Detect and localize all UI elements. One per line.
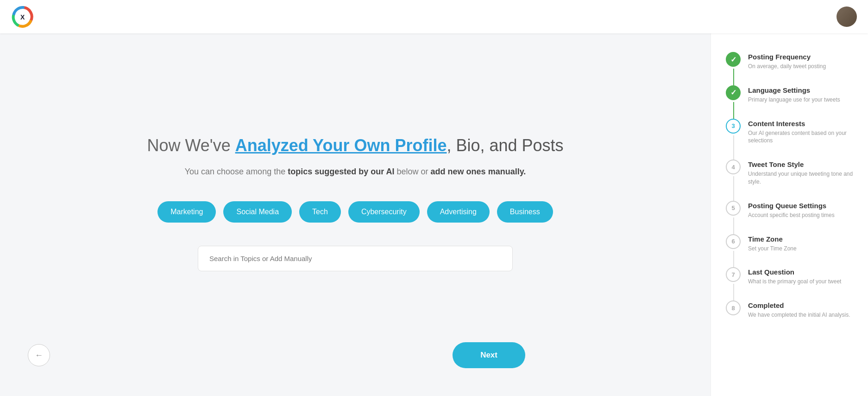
step-desc-1: On average, daily tweet posting <box>748 63 853 70</box>
step-desc-3: Our AI generates content based on your s… <box>748 129 853 145</box>
headline-part1: Now We've <box>147 136 235 155</box>
step-circle-8: 8 <box>726 300 741 315</box>
headline-part2: , Bio, and Posts <box>447 136 563 155</box>
step-text-4: Tweet Tone Style Understand your unique … <box>748 160 853 186</box>
headline-link: Analyzed Your Own Profile <box>235 136 447 155</box>
step-title-1: Posting Frequency <box>748 53 853 61</box>
step-item-2: Language Settings Primary language use f… <box>726 85 853 119</box>
topic-chip-cybersecurity[interactable]: Cybersecurity <box>348 201 420 223</box>
step-title-8: Completed <box>748 301 853 309</box>
bottom-buttons: ← Next <box>0 342 553 368</box>
step-item-6: 6 Time Zone Set your Time Zone <box>726 234 853 268</box>
svg-text:X: X <box>20 13 25 21</box>
topic-chip-tech[interactable]: Tech <box>299 201 341 223</box>
step-desc-5: Account specific best posting times <box>748 211 853 219</box>
step-text-1: Posting Frequency On average, daily twee… <box>748 52 853 70</box>
step-circle-3: 3 <box>726 119 741 134</box>
logo-area: X <box>11 5 35 29</box>
header: X <box>0 0 868 33</box>
step-title-6: Time Zone <box>748 235 853 243</box>
step-circle-6: 6 <box>726 234 741 249</box>
step-item-5: 5 Posting Queue Settings Account specifi… <box>726 201 853 234</box>
step-desc-7: What is the primary goal of your tweet <box>748 278 853 286</box>
step-title-4: Tweet Tone Style <box>748 160 853 168</box>
content-area: Now We've Analyzed Your Own Profile, Bio… <box>0 33 711 396</box>
step-text-2: Language Settings Primary language use f… <box>748 85 853 104</box>
step-desc-4: Understand your unique tweeting tone and… <box>748 170 853 186</box>
back-button[interactable]: ← <box>28 344 50 366</box>
headline: Now We've Analyzed Your Own Profile, Bio… <box>147 135 563 157</box>
step-circle-5: 5 <box>726 201 741 216</box>
step-desc-8: We have completed the initial AI analysi… <box>748 311 853 319</box>
step-title-7: Last Question <box>748 268 853 276</box>
step-circle-1 <box>726 52 741 67</box>
step-item-3: 3 Content Interests Our AI generates con… <box>726 119 853 160</box>
search-container <box>198 246 513 271</box>
avatar[interactable] <box>837 6 857 27</box>
step-item-7: 7 Last Question What is the primary goal… <box>726 267 853 300</box>
step-text-6: Time Zone Set your Time Zone <box>748 234 853 253</box>
subtitle: You can choose among the topics suggeste… <box>185 166 526 178</box>
step-text-3: Content Interests Our AI generates conte… <box>748 119 853 145</box>
topic-chip-marketing[interactable]: Marketing <box>157 201 216 223</box>
circleboom-logo: X <box>11 5 35 29</box>
step-circle-4: 4 <box>726 160 741 174</box>
step-title-5: Posting Queue Settings <box>748 202 853 210</box>
step-desc-2: Primary language use for your tweets <box>748 96 853 104</box>
subtitle-bold2: add new ones manually. <box>431 167 526 176</box>
step-circle-2 <box>726 85 741 100</box>
subtitle-part2: below or <box>395 167 431 176</box>
main-layout: Now We've Analyzed Your Own Profile, Bio… <box>0 33 868 396</box>
topic-chip-business[interactable]: Business <box>497 201 553 223</box>
topic-chip-advertising[interactable]: Advertising <box>427 201 490 223</box>
step-item-1: Posting Frequency On average, daily twee… <box>726 52 853 85</box>
step-title-2: Language Settings <box>748 86 853 94</box>
next-button[interactable]: Next <box>453 342 525 368</box>
step-text-5: Posting Queue Settings Account specific … <box>748 201 853 219</box>
content-inner: Now We've Analyzed Your Own Profile, Bio… <box>128 33 582 396</box>
subtitle-bold: topics suggested by our AI <box>288 167 394 176</box>
step-desc-6: Set your Time Zone <box>748 245 853 253</box>
sidebar-stepper: Posting Frequency On average, daily twee… <box>711 33 868 396</box>
topics-row: MarketingSocial MediaTechCybersecurityAd… <box>157 201 553 223</box>
step-item-8: 8 Completed We have completed the initia… <box>726 300 853 319</box>
topic-chip-social-media[interactable]: Social Media <box>223 201 292 223</box>
back-arrow-icon: ← <box>35 351 43 360</box>
search-input[interactable] <box>198 246 513 271</box>
subtitle-part1: You can choose among the <box>185 167 288 176</box>
step-item-4: 4 Tweet Tone Style Understand your uniqu… <box>726 160 853 201</box>
step-text-7: Last Question What is the primary goal o… <box>748 267 853 286</box>
step-title-3: Content Interests <box>748 120 853 128</box>
step-circle-7: 7 <box>726 267 741 282</box>
step-text-8: Completed We have completed the initial … <box>748 300 853 319</box>
